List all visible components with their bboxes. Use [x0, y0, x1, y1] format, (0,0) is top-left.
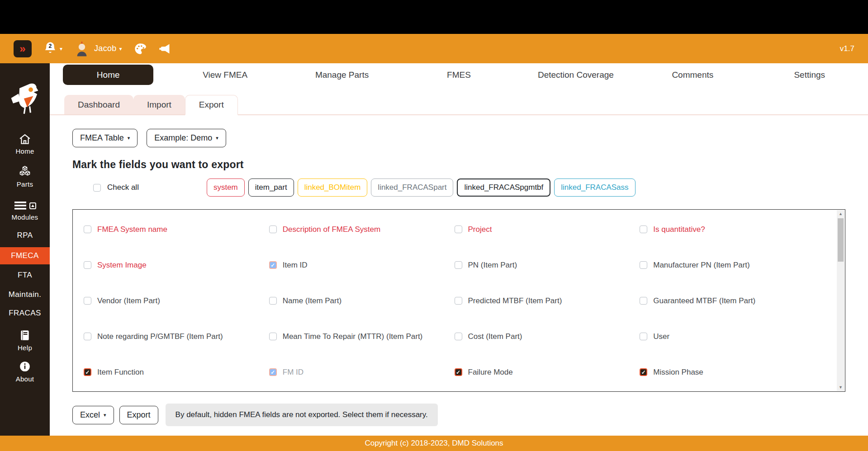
sidebar-item-maintain[interactable]: Maintain. — [0, 290, 50, 299]
checkbox[interactable] — [269, 368, 277, 376]
checkbox[interactable] — [84, 368, 91, 376]
fields-grid: FMEA System name Description of FMEA Sys… — [73, 210, 845, 390]
chevron-down-icon: ▾ — [104, 412, 106, 418]
field-is-quantitative[interactable]: Is quantitative? — [640, 225, 825, 234]
sidebar-item-home[interactable]: Home — [0, 134, 50, 155]
checkbox[interactable] — [640, 368, 647, 376]
checkbox[interactable] — [640, 297, 647, 305]
subtab-import[interactable]: Import — [133, 95, 185, 114]
checkbox[interactable] — [640, 261, 647, 269]
field-manufacturer-pn-item-part[interactable]: Manufacturer PN (Item Part) — [640, 261, 825, 270]
checkbox[interactable] — [84, 333, 91, 340]
subtab-dashboard[interactable]: Dashboard — [64, 95, 133, 114]
check-all-checkbox[interactable] — [93, 184, 101, 192]
tab-home[interactable]: Home — [50, 65, 166, 85]
sidebar-item-modules[interactable]: Modules — [0, 201, 50, 221]
vertical-scrollbar[interactable]: ▲ ▼ — [837, 210, 844, 391]
field-note-regarding-pgmtbf[interactable]: Note regarding P/GMTBF (Item Part) — [84, 332, 269, 341]
help-book-icon — [19, 329, 31, 341]
field-mission-phase[interactable]: Mission Phase — [640, 368, 825, 377]
tab-fmes[interactable]: FMES — [400, 65, 517, 85]
field-cost-item-part[interactable]: Cost (Item Part) — [455, 332, 640, 341]
field-mean-time-to-repair[interactable]: Mean Time To Repair (MTTR) (Item Part) — [269, 332, 455, 341]
checkbox[interactable] — [269, 226, 277, 233]
notifications-bell-icon[interactable]: 2 — [43, 42, 57, 56]
sidebar-item-fmeca[interactable]: FMECA — [0, 247, 50, 264]
checkbox[interactable] — [455, 226, 462, 233]
badge-item-part[interactable]: item_part — [248, 179, 294, 197]
main-content: Home View FMEA Manage Parts FMES Detecti… — [50, 63, 868, 436]
modules-expand-icon[interactable] — [29, 202, 36, 209]
check-all-label: Check all — [107, 183, 139, 192]
tab-comments[interactable]: Comments — [634, 65, 751, 85]
tab-detection-coverage[interactable]: Detection Coverage — [517, 65, 634, 85]
field-guaranteed-mtbf-item-part[interactable]: Guaranteed MTBF (Item Part) — [640, 296, 825, 305]
scroll-up-icon[interactable]: ▲ — [837, 210, 844, 217]
field-user[interactable]: User — [640, 332, 825, 341]
notification-count: 2 — [49, 43, 52, 49]
badge-linked-fracasass[interactable]: linked_FRACASass — [554, 179, 635, 197]
sidebar-item-help[interactable]: Help — [0, 329, 50, 352]
scroll-down-icon[interactable]: ▼ — [837, 384, 844, 391]
checkbox[interactable] — [455, 261, 462, 269]
checkbox[interactable] — [84, 226, 91, 233]
scrollbar-thumb[interactable] — [838, 218, 844, 262]
checkbox[interactable] — [640, 226, 647, 233]
chevron-down-icon: ▾ — [128, 135, 130, 141]
header-bar: » 2 ▾ Jacob ▾ v1.7 — [0, 34, 868, 63]
badge-linked-fracaspgmtbf[interactable]: linked_FRACASpgmtbf — [457, 179, 550, 197]
badge-linked-fracaspart[interactable]: linked_FRACASpart — [371, 179, 453, 197]
badge-linked-bomitem[interactable]: linked_BOMitem — [298, 179, 368, 197]
check-all-control[interactable]: Check all — [93, 183, 139, 192]
excel-format-dropdown[interactable]: Excel ▾ — [72, 406, 114, 424]
checkbox[interactable] — [269, 297, 277, 305]
user-avatar[interactable] — [74, 41, 90, 57]
copyright-text: Copyright (c) 2018-2023, DMD Solutions — [365, 439, 503, 448]
field-name-item-part[interactable]: Name (Item Part) — [269, 296, 455, 305]
tab-view-fmea[interactable]: View FMEA — [166, 65, 283, 85]
field-failure-mode[interactable]: Failure Mode — [455, 368, 640, 377]
checkbox[interactable] — [269, 261, 277, 269]
chevron-down-icon: ▾ — [216, 135, 218, 141]
field-fm-id[interactable]: FM ID — [269, 368, 455, 377]
field-fmea-system-name[interactable]: FMEA System name — [84, 225, 269, 234]
notifications-caret-icon[interactable]: ▾ — [60, 46, 62, 52]
field-description-of-fmea-system[interactable]: Description of FMEA System — [269, 225, 455, 234]
field-item-function[interactable]: Item Function — [84, 368, 269, 377]
checkbox[interactable] — [269, 333, 277, 340]
checkbox[interactable] — [455, 333, 462, 340]
export-button[interactable]: Export — [119, 406, 158, 424]
fmea-table-dropdown[interactable]: FMEA Table ▾ — [72, 129, 138, 147]
sidebar-item-fracas[interactable]: FRACAS — [0, 309, 50, 318]
field-vendor-item-part[interactable]: Vendor (Item Part) — [84, 296, 269, 305]
checkall-badges-row: Check all system item_part linked_BOMite… — [72, 178, 845, 197]
field-pn-item-part[interactable]: PN (Item Part) — [455, 261, 640, 270]
sidebar-item-fta[interactable]: FTA — [0, 271, 50, 280]
theme-palette-icon[interactable] — [134, 42, 147, 55]
field-system-image[interactable]: System Image — [84, 261, 269, 270]
app-version: v1.7 — [840, 44, 854, 53]
tab-settings[interactable]: Settings — [751, 65, 868, 85]
checkbox[interactable] — [455, 368, 462, 376]
sidebar-item-about[interactable]: About — [0, 361, 50, 383]
export-fields-panel: FMEA System name Description of FMEA Sys… — [72, 209, 845, 392]
tab-manage-parts[interactable]: Manage Parts — [284, 65, 400, 85]
example-dropdown[interactable]: Example: Demo ▾ — [147, 129, 226, 147]
checkbox[interactable] — [640, 333, 647, 340]
sidebar-item-rpa[interactable]: RPA — [0, 231, 50, 240]
subtab-export[interactable]: Export — [185, 95, 238, 115]
primary-nav: Home View FMEA Manage Parts FMES Detecti… — [50, 65, 868, 85]
field-item-id[interactable]: Item ID — [269, 261, 455, 270]
checkbox[interactable] — [455, 297, 462, 305]
field-predicted-mtbf-item-part[interactable]: Predicted MTBF (Item Part) — [455, 296, 640, 305]
checkbox[interactable] — [84, 261, 91, 269]
sidebar-item-parts[interactable]: Parts — [0, 166, 50, 188]
announcements-megaphone-icon[interactable] — [158, 42, 171, 55]
sidebar-collapse-button[interactable]: » — [14, 40, 32, 57]
checkbox[interactable] — [84, 297, 91, 305]
field-project[interactable]: Project — [455, 225, 640, 234]
user-menu-caret-icon[interactable]: ▾ — [119, 46, 122, 52]
username[interactable]: Jacob — [94, 44, 117, 53]
footer-bar: Copyright (c) 2018-2023, DMD Solutions — [0, 436, 868, 451]
badge-system[interactable]: system — [207, 179, 245, 197]
